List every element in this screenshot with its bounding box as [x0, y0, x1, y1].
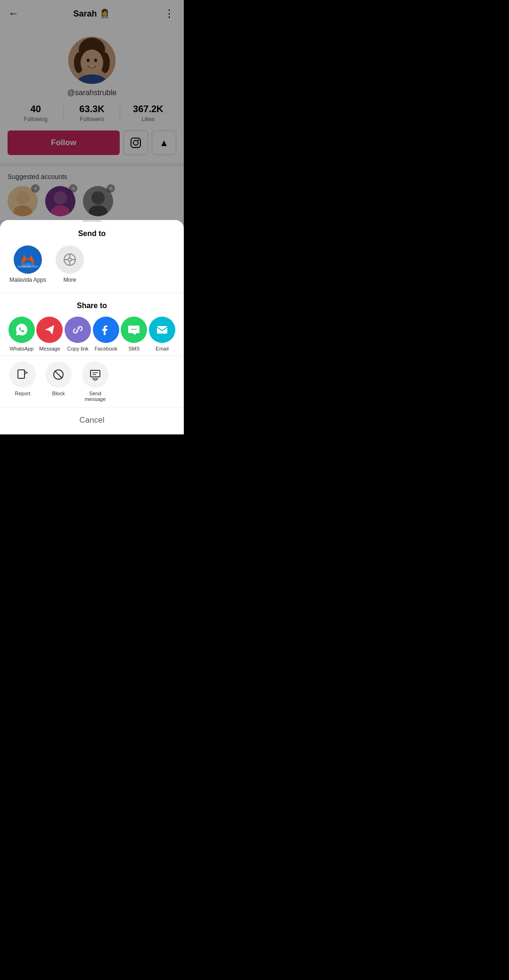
send-to-title: Send to: [0, 225, 184, 245]
send-to-more[interactable]: More: [56, 245, 84, 283]
bottom-actions-row: Report Block Send message: [0, 355, 184, 406]
send-to-malavida[interactable]: malavida.com Malavida Apps: [9, 245, 46, 283]
action-block[interactable]: Block: [45, 361, 72, 402]
send-to-row: malavida.com Malavida Apps More: [0, 245, 184, 291]
bottom-sheet: Send to malavida.com Malavida Apps: [0, 220, 184, 434]
cancel-button[interactable]: Cancel: [0, 408, 184, 430]
divider-1: [0, 293, 184, 293]
report-icon: [9, 361, 36, 388]
sheet-handle: [82, 220, 101, 222]
more-label: More: [63, 277, 76, 283]
svg-rect-34: [157, 326, 167, 334]
svg-rect-35: [18, 370, 25, 378]
block-label: Block: [52, 391, 65, 396]
malavida-label: Malavida Apps: [9, 277, 46, 283]
share-facebook[interactable]: Facebook: [93, 317, 119, 351]
svg-text:malavida.com: malavida.com: [17, 265, 38, 268]
whatsapp-icon: [8, 317, 35, 343]
report-label: Report: [15, 391, 30, 396]
share-icons-row: WhatsApp Message Copy link: [0, 317, 184, 355]
copylink-label: Copy link: [67, 346, 89, 351]
email-icon: [149, 317, 175, 343]
email-label: Email: [156, 346, 169, 351]
svg-line-37: [55, 371, 62, 378]
facebook-icon: [93, 317, 119, 343]
copylink-icon: [65, 317, 91, 343]
svg-marker-29: [45, 325, 54, 335]
malavida-icon: malavida.com: [14, 245, 42, 274]
send-message-label: Send message: [81, 391, 109, 402]
svg-point-24: [68, 258, 72, 261]
share-message[interactable]: Message: [36, 317, 63, 351]
message-label: Message: [39, 346, 60, 351]
svg-rect-38: [90, 370, 100, 377]
block-icon: [45, 361, 72, 388]
svg-point-32: [133, 329, 135, 330]
share-whatsapp[interactable]: WhatsApp: [8, 317, 35, 351]
send-message-icon: [82, 361, 108, 388]
share-copylink[interactable]: Copy link: [65, 317, 91, 351]
svg-point-33: [135, 329, 137, 330]
whatsapp-label: WhatsApp: [9, 346, 33, 351]
sms-icon: [121, 317, 147, 343]
sms-label: SMS: [129, 346, 140, 351]
share-to-title: Share to: [0, 295, 184, 317]
facebook-label: Facebook: [95, 346, 117, 351]
message-icon: [36, 317, 63, 343]
action-report[interactable]: Report: [9, 361, 36, 402]
share-email[interactable]: Email: [149, 317, 175, 351]
svg-point-31: [131, 329, 133, 330]
action-send-message[interactable]: Send message: [81, 361, 109, 402]
more-icon: [56, 245, 84, 274]
share-sms[interactable]: SMS: [121, 317, 147, 351]
